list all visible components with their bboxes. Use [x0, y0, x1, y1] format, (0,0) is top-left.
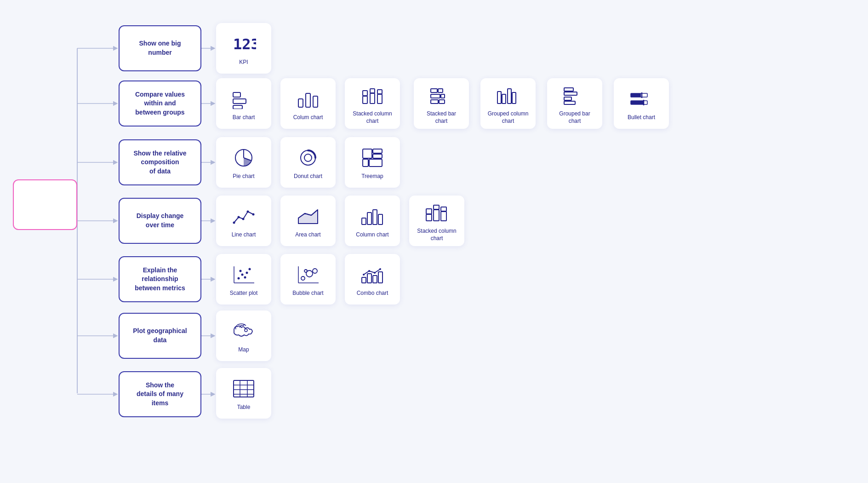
svg-rect-94	[373, 276, 377, 283]
chart-treemap[interactable]: Treemap	[345, 137, 400, 188]
svg-rect-27	[363, 96, 367, 104]
svg-rect-43	[564, 88, 573, 91]
chart-stacked-bar[interactable]: Stacked barchart	[414, 78, 469, 129]
svg-rect-61	[363, 159, 368, 167]
category-label: Show thedetails of manyitems	[137, 381, 183, 408]
stacked-col-time-icon	[424, 200, 449, 225]
chart-grouped-bar[interactable]: Grouped barchart	[547, 78, 602, 129]
chart-scatter[interactable]: Scatter plot	[216, 254, 271, 305]
svg-point-91	[304, 270, 307, 272]
svg-rect-22	[233, 99, 246, 104]
treemap-icon	[360, 145, 385, 170]
svg-rect-37	[431, 100, 438, 104]
area-icon	[296, 204, 320, 229]
svg-rect-58	[363, 149, 372, 158]
category-big-number[interactable]: Show one bignumber	[119, 25, 201, 71]
chart-pie[interactable]: Pie chart	[216, 137, 271, 188]
svg-point-82	[240, 270, 242, 272]
svg-rect-77	[441, 207, 446, 211]
chart-map[interactable]: Map	[216, 310, 271, 361]
chart-col-time[interactable]: Column chart	[345, 196, 400, 246]
svg-rect-70	[373, 210, 377, 224]
svg-point-63	[233, 222, 235, 224]
svg-point-57	[304, 154, 312, 161]
category-relationship[interactable]: Explain therelationshipbetween metrics	[119, 256, 201, 302]
chart-stacked-col-time[interactable]: Stacked columnchart	[409, 196, 464, 246]
chart-bar[interactable]: Bar chart	[216, 78, 271, 129]
svg-rect-30	[370, 89, 375, 93]
svg-rect-28	[363, 91, 367, 96]
svg-rect-60	[373, 154, 382, 158]
svg-rect-48	[631, 93, 641, 97]
chart-combo[interactable]: Combo chart	[345, 254, 400, 305]
chart-label: Stacked barchart	[427, 110, 456, 125]
chart-table[interactable]: Table	[216, 368, 271, 419]
question-box	[13, 179, 77, 230]
category-compare[interactable]: Compare valueswithin andbetween groups	[119, 80, 201, 126]
chart-label: Grouped barchart	[559, 110, 590, 125]
chart-label: Treemap	[361, 173, 383, 180]
svg-rect-74	[434, 210, 439, 221]
svg-point-67	[252, 213, 255, 216]
svg-rect-72	[426, 214, 432, 221]
svg-point-84	[249, 268, 251, 270]
chart-label: Donut chart	[294, 173, 322, 180]
chart-column[interactable]: Colum chart	[280, 78, 336, 129]
svg-point-97	[368, 270, 370, 272]
svg-rect-45	[564, 97, 571, 100]
category-label: Plot geographicaldata	[133, 327, 187, 345]
category-label: Compare valueswithin andbetween groups	[135, 90, 185, 117]
category-geo[interactable]: Plot geographicaldata	[119, 313, 201, 359]
svg-rect-21	[233, 92, 240, 97]
svg-rect-35	[431, 94, 440, 98]
svg-rect-44	[564, 92, 577, 95]
svg-rect-75	[434, 205, 439, 209]
chart-stacked-column[interactable]: Stacked columnchart	[345, 78, 400, 129]
svg-rect-51	[631, 101, 644, 104]
chart-line[interactable]: Line chart	[216, 196, 271, 246]
chart-bubble[interactable]: Bubble chart	[280, 254, 336, 305]
chart-label: Bullet chart	[628, 114, 655, 121]
svg-point-99	[379, 268, 381, 270]
svg-rect-39	[497, 92, 501, 104]
column-icon	[296, 86, 320, 111]
chart-label: Pie chart	[233, 173, 254, 180]
table-icon	[231, 376, 256, 401]
chart-grouped-column[interactable]: Grouped columnchart	[480, 78, 536, 129]
grouped-column-icon	[496, 83, 520, 108]
map-icon	[231, 319, 256, 344]
svg-point-96	[363, 274, 365, 276]
svg-rect-34	[438, 89, 443, 92]
svg-rect-33	[431, 89, 437, 92]
line-icon	[231, 204, 256, 229]
chart-label: Bar chart	[233, 114, 255, 121]
chart-bullet[interactable]: Bullet chart	[614, 78, 669, 129]
svg-rect-26	[313, 96, 318, 107]
category-label: Show the relativecompositionof data	[133, 149, 186, 176]
stacked-bar-icon	[429, 83, 454, 108]
svg-rect-59	[373, 149, 382, 153]
chart-label: Scatter plot	[230, 290, 258, 297]
stacked-column-icon	[360, 83, 385, 108]
chart-area[interactable]: Area chart	[280, 196, 336, 246]
svg-point-66	[247, 211, 249, 213]
chart-label: Stacked columnchart	[417, 228, 456, 242]
category-composition[interactable]: Show the relativecompositionof data	[119, 139, 201, 185]
svg-rect-62	[369, 159, 382, 167]
svg-rect-71	[378, 214, 383, 224]
svg-point-83	[246, 272, 248, 274]
category-change-time[interactable]: Display changeover time	[119, 198, 201, 244]
category-details[interactable]: Show thedetails of manyitems	[119, 371, 201, 417]
chart-donut[interactable]: Donut chart	[280, 137, 336, 188]
svg-point-90	[313, 269, 317, 273]
svg-rect-69	[367, 213, 371, 224]
svg-point-80	[238, 277, 240, 280]
svg-rect-29	[370, 93, 375, 104]
svg-rect-73	[426, 209, 432, 214]
svg-point-81	[241, 274, 244, 276]
svg-rect-31	[377, 94, 382, 104]
chart-label: Colum chart	[293, 114, 323, 121]
svg-rect-40	[502, 94, 506, 104]
chart-kpi[interactable]: 123 KPI	[216, 23, 271, 74]
grouped-bar-icon	[562, 83, 587, 108]
